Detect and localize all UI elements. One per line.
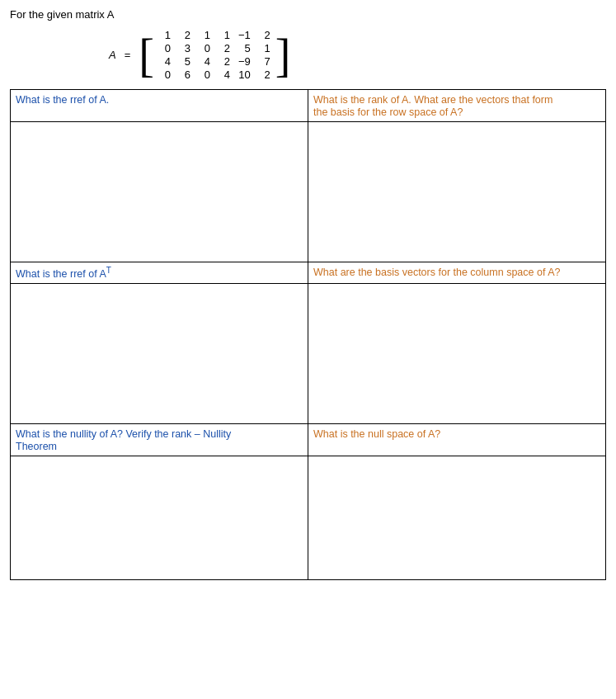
q1-blue: What is the rref of A. [16, 94, 109, 106]
cell-r3c4: 2 [219, 55, 230, 68]
matrix-bracket-wrap: [ 1 2 1 1 −1 2 0 3 0 2 5 1 4 5 4 2 [139, 27, 290, 83]
cell-r1c5: −1 [238, 29, 251, 41]
cell-q1-answer [11, 122, 308, 262]
cell-q6-label: What is the null space of A? [308, 424, 606, 456]
cell-r2c4: 2 [219, 42, 230, 54]
cell-q3-answer [11, 284, 308, 424]
q4-label-text: What are the basis vectors for the colum… [313, 267, 560, 278]
q2-orange-2: the basis for the row space of A? [313, 106, 463, 118]
q3-superscript: T [106, 266, 111, 275]
cell-r4c6: 2 [259, 68, 270, 81]
answer-row-3 [11, 456, 606, 580]
cell-q1-label: What is the rref of A. [11, 90, 308, 122]
label-row-2: What is the rref of AT What are the basi… [11, 262, 606, 284]
matrix-container: A = [ 1 2 1 1 −1 2 0 3 0 2 5 1 4 5 [109, 27, 606, 83]
q4-orange: What are the basis vectors for the colum… [313, 267, 560, 278]
q1-label-text: What is the rref of A. [16, 94, 109, 106]
q3-blue: What is the rref of AT [16, 268, 111, 280]
cell-q5-answer [11, 456, 308, 580]
cell-r3c5: −9 [238, 55, 251, 68]
cell-r2c3: 0 [199, 42, 210, 54]
cell-q2-answer [308, 122, 606, 262]
cell-q4-answer [308, 284, 606, 424]
cell-r1c6: 2 [259, 29, 270, 41]
matrix-equals: = [125, 49, 131, 61]
q3-label-text: What is the rref of AT [16, 268, 111, 280]
q5-blue-1: What is the nullity of A? Verify the ran… [16, 428, 231, 440]
cell-r4c3: 0 [199, 68, 210, 81]
answer-row-2 [11, 284, 606, 424]
cell-r2c1: 0 [159, 42, 171, 54]
cell-r3c6: 7 [259, 55, 270, 68]
matrix-label: A [109, 49, 116, 61]
cell-r2c6: 1 [259, 42, 270, 54]
q2-orange-1: What is the rank of A. What are the vect… [313, 94, 553, 106]
cell-r3c3: 4 [199, 55, 210, 68]
q3-text: What is the rref of A [16, 268, 106, 280]
q6-label-text: What is the null space of A? [313, 428, 440, 440]
cell-q3-label: What is the rref of AT [11, 262, 308, 284]
cell-r4c5: 10 [238, 68, 251, 81]
cell-r3c1: 4 [159, 55, 171, 68]
cell-r1c4: 1 [219, 29, 230, 41]
bracket-right: ] [275, 27, 291, 83]
cell-r3c2: 5 [179, 55, 190, 68]
cell-r4c4: 4 [219, 68, 230, 81]
q6-orange: What is the null space of A? [313, 428, 440, 440]
header-section: For the given matrix A [10, 8, 606, 21]
answer-row-1 [11, 122, 606, 262]
label-row-3: What is the nullity of A? Verify the ran… [11, 424, 606, 456]
cell-q2-label: What is the rank of A. What are the vect… [308, 90, 606, 122]
questions-grid: What is the rref of A. What is the rank … [10, 89, 606, 580]
cell-r4c1: 0 [159, 68, 171, 81]
cell-r2c5: 5 [238, 42, 251, 54]
bracket-left: [ [139, 27, 154, 83]
cell-r1c3: 1 [199, 29, 210, 41]
header-text: For the given matrix A [10, 8, 114, 21]
q2-label-text: What is the rank of A. What are the vect… [313, 94, 553, 118]
label-row-1: What is the rref of A. What is the rank … [11, 90, 606, 122]
cell-r1c2: 2 [179, 29, 190, 41]
matrix-grid: 1 2 1 1 −1 2 0 3 0 2 5 1 4 5 4 2 −9 7 [156, 27, 274, 83]
page: For the given matrix A A = [ 1 2 1 1 −1 … [0, 0, 616, 699]
cell-q5-label: What is the nullity of A? Verify the ran… [11, 424, 308, 456]
cell-q6-answer [308, 456, 606, 580]
cell-r4c2: 6 [179, 68, 190, 81]
cell-r1c1: 1 [159, 29, 171, 41]
q5-label-text: What is the nullity of A? Verify the ran… [16, 428, 231, 452]
q5-blue-2: Theorem [16, 441, 57, 452]
cell-q4-label: What are the basis vectors for the colum… [308, 262, 606, 284]
cell-r2c2: 3 [179, 42, 190, 54]
